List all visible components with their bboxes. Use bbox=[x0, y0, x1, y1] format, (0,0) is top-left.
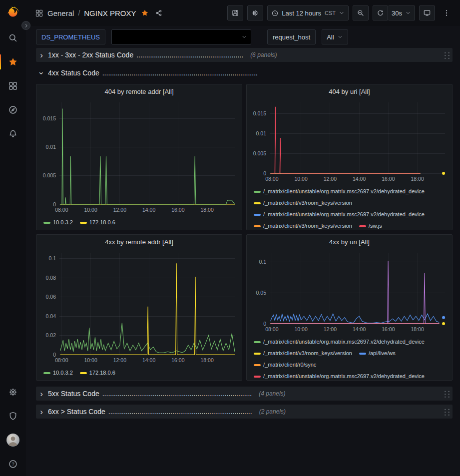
panel-legend: 10.0.3.2172.18.0.6 bbox=[36, 365, 242, 380]
svg-text:16:00: 16:00 bbox=[171, 207, 184, 213]
svg-text:10:00: 10:00 bbox=[294, 176, 307, 182]
datasource-variable-label[interactable]: DS_PROMETHEUS bbox=[36, 29, 105, 44]
svg-text:0: 0 bbox=[263, 321, 266, 327]
favorite-star-button[interactable] bbox=[140, 8, 150, 18]
svg-text:08:00: 08:00 bbox=[265, 176, 278, 182]
panel-grid: 404 by remote addr [All] 08:0010:0012:00… bbox=[36, 84, 453, 381]
grafana-logo-icon[interactable] bbox=[5, 5, 20, 22]
dashboard-settings-button[interactable] bbox=[247, 5, 263, 20]
panel-title[interactable]: 404 by remote addr [All] bbox=[36, 84, 242, 98]
row-1xx-3xx-2xx[interactable]: › 1xx - 3xx - 2xx Status Code ..........… bbox=[36, 48, 453, 62]
more-options-button[interactable] bbox=[439, 5, 454, 20]
row-6xx[interactable]: › 6xx > Status Code ....................… bbox=[36, 405, 453, 419]
legend-swatch-icon bbox=[254, 341, 261, 343]
svg-text:18:00: 18:00 bbox=[411, 176, 424, 182]
zoom-out-button[interactable] bbox=[353, 5, 369, 20]
legend-label: /_matrix/client/unstable/org.matrix.msc2… bbox=[263, 338, 425, 346]
request-host-variable-select[interactable]: All bbox=[322, 29, 348, 44]
chart-area[interactable]: 08:0010:0012:0014:0016:0018:0000.050.1 bbox=[247, 249, 452, 334]
legend-item[interactable]: /api/live/ws bbox=[359, 349, 396, 358]
sidebar-item-settings[interactable] bbox=[0, 380, 26, 404]
request-host-variable-label[interactable]: request_host bbox=[267, 29, 316, 44]
legend-swatch-icon bbox=[254, 353, 261, 355]
sidebar-item-explore[interactable] bbox=[0, 98, 26, 122]
legend-item[interactable]: 10.0.3.2 bbox=[43, 369, 73, 377]
chart-svg: 08:0010:0012:0014:0016:0018:0000.0050.01… bbox=[36, 98, 242, 214]
legend-item[interactable]: 172.18.0.6 bbox=[80, 218, 115, 227]
row-title: 4xx Status Code bbox=[48, 69, 99, 77]
sidebar-item-profile[interactable] bbox=[0, 428, 26, 452]
gear-icon bbox=[8, 387, 18, 397]
legend-swatch-icon bbox=[254, 202, 261, 204]
chart-area[interactable]: 08:0010:0012:0014:0016:0018:0000.0050.01… bbox=[247, 98, 452, 183]
panel-title[interactable]: 4xx by uri [All] bbox=[247, 235, 452, 249]
legend-item[interactable]: /_matrix/client/v3/room_keys/version bbox=[254, 349, 352, 358]
row-4xx[interactable]: › 4xx Status Code ......................… bbox=[36, 66, 453, 80]
refresh-group: 30s bbox=[373, 5, 415, 20]
chevron-down-icon: › bbox=[37, 69, 46, 76]
sidebar-item-dashboards[interactable] bbox=[0, 74, 26, 98]
share-button[interactable] bbox=[154, 8, 164, 18]
refresh-button[interactable] bbox=[373, 5, 388, 20]
dashboard-title[interactable]: NGINX PROXY bbox=[84, 9, 136, 17]
time-range-label: Last 12 hours bbox=[282, 9, 321, 17]
legend-item[interactable]: /sw.js bbox=[359, 222, 382, 230]
chevron-down-icon bbox=[339, 10, 345, 16]
refresh-icon bbox=[377, 9, 384, 17]
svg-text:0.08: 0.08 bbox=[46, 275, 56, 281]
panel-title[interactable]: 4xx by remote addr [All] bbox=[36, 235, 242, 249]
save-dashboard-button[interactable] bbox=[227, 5, 243, 20]
legend-item[interactable]: /_matrix/client/unstable/org.matrix.msc2… bbox=[254, 187, 425, 196]
chart-svg: 08:0010:0012:0014:0016:0018:0000.0050.01… bbox=[247, 98, 452, 183]
zoom-out-icon bbox=[357, 9, 365, 17]
sidebar-item-server-admin[interactable] bbox=[0, 404, 26, 428]
topbar-actions: Last 12 hours CST 30s bbox=[227, 5, 454, 20]
drag-handle-icon[interactable] bbox=[443, 390, 451, 398]
tv-mode-button[interactable] bbox=[419, 5, 435, 20]
chart-area[interactable]: 08:0010:0012:0014:0016:0018:0000.0050.01… bbox=[36, 98, 242, 214]
drag-handle-icon[interactable] bbox=[443, 408, 451, 416]
legend-item[interactable]: /_matrix/client/unstable/org.matrix.msc2… bbox=[254, 210, 425, 219]
legend-label: /_matrix/client/unstable/org.matrix.msc2… bbox=[263, 187, 425, 196]
sidebar: ? bbox=[0, 0, 26, 476]
svg-text:18:00: 18:00 bbox=[201, 357, 214, 363]
legend-item[interactable]: /_matrix/client/unstable/org.matrix.msc2… bbox=[254, 372, 425, 380]
legend-item[interactable]: /_matrix/client/v3/room_keys/version bbox=[254, 222, 352, 230]
chart-area[interactable]: 08:0010:0012:0014:0016:0018:0000.020.040… bbox=[36, 249, 242, 365]
svg-text:12:00: 12:00 bbox=[324, 176, 337, 182]
svg-text:12:00: 12:00 bbox=[113, 357, 126, 363]
refresh-interval-value: 30s bbox=[392, 9, 402, 17]
svg-text:16:00: 16:00 bbox=[382, 176, 395, 182]
drag-handle-icon[interactable] bbox=[443, 51, 451, 59]
svg-text:18:00: 18:00 bbox=[201, 207, 214, 213]
chevron-right-icon: › bbox=[38, 390, 45, 398]
row-panel-count: (2 panels) bbox=[259, 408, 286, 415]
breadcrumb-folder[interactable]: General bbox=[47, 9, 74, 17]
legend-item[interactable]: 172.18.0.6 bbox=[80, 369, 115, 377]
legend-swatch-icon bbox=[43, 222, 50, 224]
time-range-picker[interactable]: Last 12 hours CST bbox=[267, 5, 349, 20]
panel-title[interactable]: 404 by uri [All] bbox=[247, 84, 452, 98]
refresh-interval-select[interactable]: 30s bbox=[388, 5, 415, 20]
sidebar-item-search[interactable] bbox=[0, 26, 26, 50]
sidebar-item-help[interactable]: ? bbox=[0, 452, 26, 476]
sidebar-item-starred[interactable] bbox=[0, 50, 26, 74]
svg-text:0.015: 0.015 bbox=[253, 110, 266, 116]
chart-svg: 08:0010:0012:0014:0016:0018:0000.020.040… bbox=[36, 249, 242, 365]
legend-item[interactable]: /_matrix/client/r0/sync bbox=[254, 361, 316, 369]
sidebar-expand-button[interactable] bbox=[21, 21, 30, 30]
legend-label: 10.0.3.2 bbox=[53, 369, 73, 377]
legend-item[interactable]: 10.0.3.2 bbox=[43, 218, 73, 227]
datasource-variable-select[interactable] bbox=[111, 29, 251, 44]
panel-legend: /_matrix/client/unstable/org.matrix.msc2… bbox=[247, 334, 452, 380]
sidebar-item-alerting[interactable] bbox=[0, 122, 26, 146]
kebab-icon bbox=[443, 9, 451, 17]
legend-item[interactable]: /_matrix/client/unstable/org.matrix.msc2… bbox=[254, 338, 425, 346]
legend-item[interactable]: /_matrix/client/v3/room_keys/version bbox=[254, 199, 352, 207]
svg-text:14:00: 14:00 bbox=[142, 357, 155, 363]
row-5xx[interactable]: › 5xx Status Code ......................… bbox=[36, 387, 453, 401]
svg-text:0.06: 0.06 bbox=[46, 294, 56, 300]
timezone-label: CST bbox=[325, 10, 336, 16]
panel-4xx-by-uri: 4xx by uri [All] 08:0010:0012:0014:0016:… bbox=[246, 234, 453, 381]
chevron-right-icon: › bbox=[38, 408, 45, 416]
